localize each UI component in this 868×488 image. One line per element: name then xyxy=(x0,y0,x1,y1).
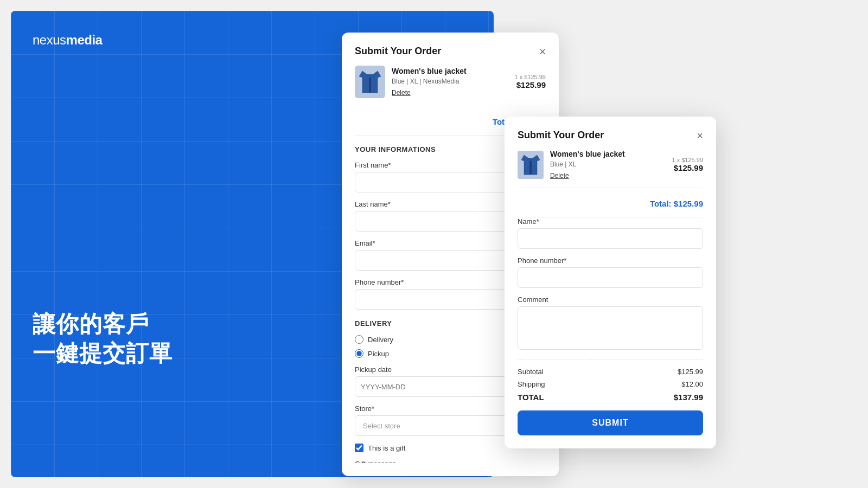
product-name-front: Women's blue jacket xyxy=(550,150,666,158)
product-image xyxy=(355,66,385,98)
total-value: $137.99 xyxy=(674,393,703,402)
price-qty: 1 x $125.99 xyxy=(515,74,546,80)
name-input-front[interactable] xyxy=(518,228,703,249)
price-qty-front: 1 x $125.99 xyxy=(672,157,704,163)
svg-rect-1 xyxy=(369,78,371,93)
modal-front: Submit Your Order × Women's blue jacket … xyxy=(505,117,716,448)
modal-front-total: Total: $125.99 xyxy=(518,194,703,217)
pickup-option-label: Pickup xyxy=(368,350,389,358)
subtotal-value: $125.99 xyxy=(678,368,703,376)
submit-button[interactable]: SUBMIT xyxy=(518,410,703,435)
product-info-front: Women's blue jacket Blue | XL Delete xyxy=(550,150,666,180)
comment-label-front: Comment xyxy=(518,296,703,304)
phone-input-front[interactable] xyxy=(518,267,703,288)
product-name: Women's blue jacket xyxy=(392,67,508,75)
product-pricing-front: 1 x $125.99 $125.99 xyxy=(672,157,704,173)
product-pricing: 1 x $125.99 $125.99 xyxy=(515,74,546,90)
total-row: TOTAL $137.99 xyxy=(518,393,703,402)
gift-label: This is a gift xyxy=(368,444,405,452)
product-info: Women's blue jacket Blue | XL | NexusMed… xyxy=(392,67,508,97)
subtotal-row: Subtotal $125.99 xyxy=(518,368,703,376)
svg-rect-3 xyxy=(529,161,532,175)
product-image-sm xyxy=(518,151,544,179)
pickup-radio[interactable] xyxy=(355,349,363,358)
product-delete-button[interactable]: Delete xyxy=(392,89,411,97)
product-delete-front-button[interactable]: Delete xyxy=(550,172,569,179)
comment-textarea[interactable] xyxy=(518,306,703,350)
gift-checkbox[interactable] xyxy=(355,444,363,452)
name-label-front: Name* xyxy=(518,217,703,226)
delivery-radio[interactable] xyxy=(355,335,363,344)
subtotal-label: Subtotal xyxy=(518,368,544,376)
modal-front-title: Submit Your Order xyxy=(518,130,604,141)
total-label-summary: TOTAL xyxy=(518,393,544,402)
product-attrs: Blue | XL | NexusMedia xyxy=(392,78,508,85)
gift-message-label: Gift message xyxy=(355,460,546,463)
gift-message-group: Gift message xyxy=(355,460,546,463)
shipping-value: $12.00 xyxy=(681,380,703,388)
hero-text: 讓你的客戶 一鍵提交訂單 xyxy=(33,310,173,369)
shipping-label: Shipping xyxy=(518,380,545,388)
phone-group-front: Phone number* xyxy=(518,256,703,288)
price-main: $125.99 xyxy=(516,80,546,89)
phone-label-front: Phone number* xyxy=(518,256,703,265)
price-main-front: $125.99 xyxy=(674,163,703,172)
modal-back-close-button[interactable]: × xyxy=(539,46,546,57)
product-attrs-front: Blue | XL xyxy=(550,160,666,168)
delivery-option-label: Delivery xyxy=(368,336,393,344)
modal-back-product-row: Women's blue jacket Blue | XL | NexusMed… xyxy=(355,66,546,106)
comment-group-front: Comment xyxy=(518,296,703,352)
modal-front-product-row: Women's blue jacket Blue | XL Delete 1 x… xyxy=(518,150,703,188)
modal-back-title: Submit Your Order xyxy=(355,46,441,57)
shipping-row: Shipping $12.00 xyxy=(518,380,703,388)
name-group-front: Name* xyxy=(518,217,703,249)
summary-divider xyxy=(518,359,703,360)
modal-front-close-button[interactable]: × xyxy=(697,130,703,141)
